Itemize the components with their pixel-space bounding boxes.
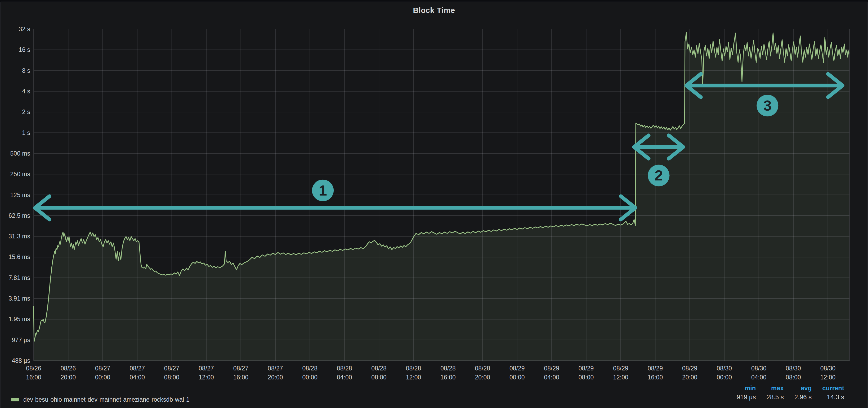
time-series-chart[interactable]: 32 s16 s8 s4 s2 s1 s500 ms250 ms125 ms62… <box>1 2 868 408</box>
x-tick-label-time: 08:00 <box>164 374 180 381</box>
annotation-number-3: 3 <box>764 97 772 114</box>
y-tick-label: 125 ms <box>10 192 30 198</box>
y-tick-label: 488 µs <box>12 357 30 364</box>
stat-value-min: 919 µs <box>737 394 756 401</box>
legend-series-label[interactable]: dev-besu-ohio-mainnet-dev-mainnet-amezia… <box>23 396 190 403</box>
y-tick-label: 500 ms <box>10 150 30 157</box>
series-area <box>34 33 849 361</box>
annotation-number-2: 2 <box>655 167 663 183</box>
x-tick-label-date: 08/30 <box>820 365 836 372</box>
x-tick-label-date: 08/28 <box>475 365 490 372</box>
x-tick-label-time: 00:00 <box>716 374 732 381</box>
x-tick-label-date: 08/30 <box>751 365 767 372</box>
annotation-arrow-1 <box>35 196 636 219</box>
y-tick-label: 7.81 ms <box>8 274 30 281</box>
x-tick-label-date: 08/27 <box>164 365 180 372</box>
x-tick-label-time: 16:00 <box>440 374 456 381</box>
x-tick-label-time: 08:00 <box>579 374 594 381</box>
legend-stats-table: min max avg current 919 µs 28.5 s 2.96 s… <box>737 384 844 401</box>
x-tick-label-date: 08/29 <box>509 365 525 372</box>
x-tick-label-date: 08/28 <box>302 365 318 372</box>
x-tick-label-time: 00:00 <box>509 374 525 381</box>
stat-value-max: 28.5 s <box>767 394 784 401</box>
y-tick-label: 15.6 ms <box>8 253 30 260</box>
y-tick-label: 250 ms <box>10 171 30 177</box>
y-tick-label: 4 s <box>22 88 30 95</box>
grafana-page: Block Time 32 s16 s8 s4 s2 s1 s500 ms250… <box>0 0 868 408</box>
x-tick-label-time: 20:00 <box>268 374 283 381</box>
x-tick-label-time: 00:00 <box>302 374 318 381</box>
block-time-panel: Block Time 32 s16 s8 s4 s2 s1 s500 ms250… <box>0 2 868 408</box>
stat-header-current[interactable]: current <box>822 384 844 392</box>
stat-value-avg: 2.96 s <box>795 394 812 401</box>
x-tick-label-date: 08/27 <box>95 365 111 372</box>
x-tick-label-date: 08/29 <box>682 365 698 372</box>
stat-header-min[interactable]: min <box>745 384 756 392</box>
x-tick-label-date: 08/29 <box>613 365 628 372</box>
x-tick-label-time: 20:00 <box>61 374 76 381</box>
x-tick-label-date: 08/29 <box>544 365 559 372</box>
x-tick-label-time: 20:00 <box>682 374 698 381</box>
stat-header-max[interactable]: max <box>771 384 784 392</box>
x-tick-label-time: 12:00 <box>406 374 421 381</box>
x-tick-label-date: 08/28 <box>337 365 352 372</box>
legend-row: dev-besu-ohio-mainnet-dev-mainnet-amezia… <box>11 396 190 403</box>
y-tick-label: 32 s <box>19 26 30 33</box>
y-tick-label: 31.3 ms <box>8 233 30 240</box>
x-tick-label-time: 16:00 <box>233 374 249 381</box>
y-tick-label: 1 s <box>22 129 30 136</box>
y-tick-label: 62.5 ms <box>8 212 30 219</box>
x-tick-label-time: 12:00 <box>198 374 214 381</box>
x-tick-label-time: 04:00 <box>337 374 352 381</box>
stat-value-current: 14.3 s <box>827 394 844 401</box>
x-tick-label-date: 08/27 <box>268 365 283 372</box>
y-tick-label: 977 µs <box>12 337 30 343</box>
x-tick-label-time: 16:00 <box>648 374 663 381</box>
x-tick-label-time: 20:00 <box>475 374 490 381</box>
y-tick-label: 1.95 ms <box>8 316 30 322</box>
stat-header-avg[interactable]: avg <box>801 384 812 392</box>
x-tick-label-date: 08/27 <box>129 365 145 372</box>
x-tick-label-date: 08/27 <box>233 365 249 372</box>
x-tick-label-date: 08/29 <box>579 365 594 372</box>
x-tick-label-time: 04:00 <box>129 374 145 381</box>
x-tick-label-date: 08/27 <box>198 365 214 372</box>
x-tick-label-date: 08/30 <box>716 365 732 372</box>
legend-series-swatch[interactable] <box>11 398 19 401</box>
x-tick-label-time: 12:00 <box>820 374 836 381</box>
x-tick-label-date: 08/29 <box>648 365 663 372</box>
x-tick-label-date: 08/26 <box>26 365 41 372</box>
x-tick-label-time: 00:00 <box>95 374 111 381</box>
x-tick-label-time: 04:00 <box>751 374 767 381</box>
y-tick-label: 2 s <box>22 108 30 115</box>
x-tick-label-date: 08/28 <box>406 365 421 372</box>
x-tick-label-time: 12:00 <box>613 374 628 381</box>
x-tick-label-time: 16:00 <box>26 374 41 381</box>
x-tick-label-date: 08/30 <box>786 365 801 372</box>
y-tick-label: 16 s <box>19 46 30 53</box>
x-tick-label-date: 08/26 <box>61 365 76 372</box>
y-tick-label: 3.91 ms <box>8 295 30 302</box>
x-tick-label-date: 08/28 <box>440 365 456 372</box>
y-tick-label: 8 s <box>22 67 30 74</box>
x-tick-label-date: 08/28 <box>371 365 386 372</box>
x-tick-label-time: 08:00 <box>786 374 801 381</box>
x-tick-label-time: 04:00 <box>544 374 559 381</box>
x-tick-label-time: 08:00 <box>371 374 386 381</box>
annotation-number-1: 1 <box>319 182 327 199</box>
